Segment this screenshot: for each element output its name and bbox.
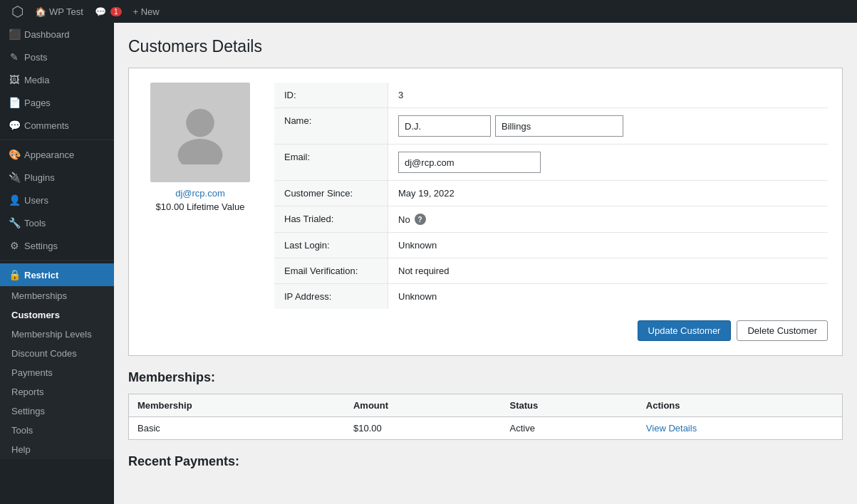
avatar-section: dj@rcp.com $10.00 Lifetime Value xyxy=(143,83,257,309)
trialed-value: No ? xyxy=(388,206,828,232)
layout: ⬛ Dashboard ✎ Posts 🖼 Media 📄 Pages 💬 Co… xyxy=(0,23,857,504)
info-row-login: Last Login: Unknown xyxy=(274,233,828,258)
sidebar-item-appearance[interactable]: 🎨 Appearance xyxy=(0,143,114,166)
info-row-id: ID: 3 xyxy=(274,83,828,108)
trialed-help-icon[interactable]: ? xyxy=(415,214,426,225)
sub-settings-label: Settings xyxy=(11,406,45,416)
avatar xyxy=(150,83,250,182)
comments-item[interactable]: 💬 1 xyxy=(89,0,128,23)
id-label: ID: xyxy=(274,83,388,107)
delete-customer-button[interactable]: Delete Customer xyxy=(737,320,828,341)
sidebar-item-users[interactable]: 👤 Users xyxy=(0,189,114,211)
wp-icon: ⬡ xyxy=(11,3,24,20)
sidebar-item-settings[interactable]: ⚙ Settings xyxy=(0,234,114,257)
tools-icon: 🔧 xyxy=(9,217,20,229)
sub-tools-label: Tools xyxy=(11,425,33,436)
memberships-header-row: Membership Amount Status Actions xyxy=(129,394,843,417)
sidebar-item-pages[interactable]: 📄 Pages xyxy=(0,91,114,114)
customer-details-card: dj@rcp.com $10.00 Lifetime Value ID: 3 N… xyxy=(128,68,843,356)
membership-levels-label: Membership Levels xyxy=(11,329,92,340)
avatar-email-link[interactable]: dj@rcp.com xyxy=(175,188,225,199)
name-value xyxy=(388,108,828,144)
sidebar-item-posts[interactable]: ✎ Posts xyxy=(0,46,114,68)
name-label: Name: xyxy=(274,108,388,144)
memberships-section-title: Memberships: xyxy=(128,370,843,385)
comment-count: 1 xyxy=(110,7,122,16)
comment-icon: 💬 xyxy=(95,6,106,17)
sidebar-item-memberships[interactable]: Memberships xyxy=(0,286,114,305)
main-content: Customers Details dj@rcp.com $10.00 Life… xyxy=(114,23,857,504)
reports-label: Reports xyxy=(11,387,44,397)
customer-top-section: dj@rcp.com $10.00 Lifetime Value ID: 3 N… xyxy=(143,83,828,309)
sidebar-section-main: ⬛ Dashboard ✎ Posts 🖼 Media 📄 Pages 💬 Co… xyxy=(0,23,114,459)
memberships-table: Membership Amount Status Actions Basic $… xyxy=(128,394,843,440)
sidebar-item-sub-settings[interactable]: Settings xyxy=(0,401,114,421)
lifetime-value: $10.00 Lifetime Value xyxy=(156,201,245,212)
appearance-icon: 🎨 xyxy=(9,149,20,160)
site-name-label: WP Test xyxy=(49,6,83,17)
sidebar-item-discount-codes[interactable]: Discount Codes xyxy=(0,344,114,363)
sidebar-item-restrict[interactable]: 🔒 Restrict ▸ xyxy=(0,263,114,286)
cell-amount: $10.00 xyxy=(345,417,502,440)
cell-action: View Details xyxy=(638,417,843,440)
sidebar: ⬛ Dashboard ✎ Posts 🖼 Media 📄 Pages 💬 Co… xyxy=(0,23,114,504)
view-details-link[interactable]: View Details xyxy=(646,423,697,434)
sidebar-item-plugins[interactable]: 🔌 Plugins xyxy=(0,166,114,189)
table-row: Basic $10.00 Active View Details xyxy=(129,417,843,440)
sidebar-label-pages: Pages xyxy=(24,98,51,108)
sidebar-label-comments: Comments xyxy=(24,120,69,131)
update-customer-button[interactable]: Update Customer xyxy=(638,320,732,341)
email-label: Email: xyxy=(274,145,388,180)
sidebar-divider-1 xyxy=(0,140,114,140)
wp-logo[interactable]: ⬡ xyxy=(6,0,29,23)
verification-label: Email Verification: xyxy=(274,258,388,283)
restrict-icon: 🔒 xyxy=(9,269,20,280)
since-value: May 19, 2022 xyxy=(388,181,828,206)
site-name-item[interactable]: 🏠 WP Test xyxy=(29,0,89,23)
sidebar-item-sub-tools[interactable]: Tools xyxy=(0,421,114,440)
memberships-label: Memberships xyxy=(11,290,67,301)
first-name-input[interactable] xyxy=(398,115,491,137)
email-value xyxy=(388,145,828,180)
col-status: Status xyxy=(501,394,637,417)
restrict-submenu: Memberships Customers Membership Levels … xyxy=(0,286,114,459)
page-title: Customers Details xyxy=(128,37,843,56)
col-amount: Amount xyxy=(345,394,502,417)
sidebar-item-media[interactable]: 🖼 Media xyxy=(0,68,114,91)
sidebar-item-dashboard[interactable]: ⬛ Dashboard xyxy=(0,23,114,46)
new-label: + New xyxy=(133,6,160,17)
ip-label: IP Address: xyxy=(274,284,388,309)
email-input[interactable] xyxy=(398,152,541,173)
last-name-input[interactable] xyxy=(495,115,623,137)
sidebar-item-payments[interactable]: Payments xyxy=(0,363,114,382)
settings-icon: ⚙ xyxy=(9,240,20,251)
admin-bar: ⬡ 🏠 WP Test 💬 1 + New xyxy=(0,0,857,23)
payments-label: Payments xyxy=(11,367,53,378)
sidebar-item-help[interactable]: Help xyxy=(0,440,114,459)
info-row-trialed: Has Trialed: No ? xyxy=(274,206,828,233)
info-row-since: Customer Since: May 19, 2022 xyxy=(274,181,828,206)
sidebar-label-posts: Posts xyxy=(24,52,48,63)
sidebar-label-tools: Tools xyxy=(24,218,46,229)
new-item[interactable]: + New xyxy=(128,0,165,23)
recent-payments-title: Recent Payments: xyxy=(128,454,843,469)
plugins-icon: 🔌 xyxy=(9,172,20,183)
sidebar-item-membership-levels[interactable]: Membership Levels xyxy=(0,325,114,344)
info-row-ip: IP Address: Unknown xyxy=(274,284,828,309)
sidebar-label-media: Media xyxy=(24,75,49,85)
customers-label: Customers xyxy=(11,310,60,320)
sidebar-item-comments[interactable]: 💬 Comments xyxy=(0,114,114,137)
users-icon: 👤 xyxy=(9,194,20,206)
sidebar-label-plugins: Plugins xyxy=(24,172,55,183)
sidebar-item-tools[interactable]: 🔧 Tools xyxy=(0,211,114,234)
svg-point-1 xyxy=(178,139,223,164)
recent-payments-section: Recent Payments: xyxy=(128,454,843,469)
col-membership: Membership xyxy=(129,394,345,417)
memberships-table-head: Membership Amount Status Actions xyxy=(129,394,843,417)
sidebar-item-customers[interactable]: Customers xyxy=(0,305,114,325)
sidebar-item-reports[interactable]: Reports xyxy=(0,382,114,401)
cell-status: Active xyxy=(501,417,637,440)
sidebar-label-restrict: Restrict xyxy=(24,270,58,280)
sidebar-label-appearance: Appearance xyxy=(24,149,74,160)
media-icon: 🖼 xyxy=(9,74,20,85)
